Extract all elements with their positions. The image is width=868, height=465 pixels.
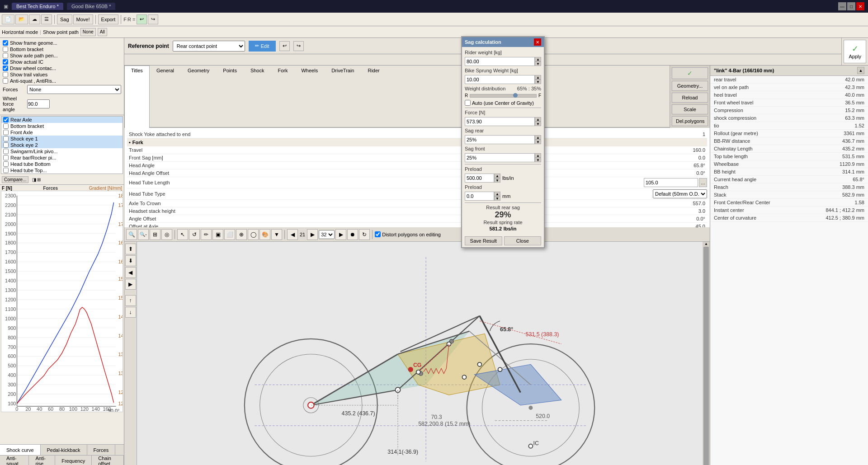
tab-points[interactable]: Points — [216, 66, 244, 127]
del-polygons-button[interactable]: Del.polygons — [672, 116, 708, 126]
preload2-up-button[interactable]: ▲ — [494, 192, 500, 196]
list-item-head-tube-top[interactable]: Head tube Top... — [1, 167, 123, 174]
none-button[interactable]: None — [80, 28, 96, 36]
rider-weight-up-button[interactable]: ▲ — [535, 57, 541, 61]
tab-titles[interactable]: Titles — [124, 66, 150, 128]
zoom-out-button[interactable]: 🔍- — [138, 229, 149, 240]
shock-eye1-checkbox[interactable] — [3, 136, 9, 141]
zoom-in-button[interactable]: 🔍 — [126, 229, 137, 240]
ref-point-select[interactable]: Rear contact point Front contact point B… — [173, 41, 245, 52]
tab-fork[interactable]: Fork — [271, 66, 294, 127]
sag-modal-close-button[interactable]: ✕ — [534, 38, 541, 46]
tab-drivetrain[interactable]: DriveTrain — [325, 66, 361, 127]
btab-pedal-kickback[interactable]: Pedal-kickback — [41, 445, 87, 455]
shock-eye2-checkbox[interactable] — [3, 142, 9, 148]
tab-wheels[interactable]: Wheels — [294, 66, 325, 127]
side-btn-3[interactable]: ◀ — [125, 267, 136, 278]
sag-rear-input[interactable] — [465, 135, 535, 144]
preload1-input[interactable] — [465, 174, 494, 183]
maximize-button[interactable]: □ — [847, 2, 855, 10]
swingarm-checkbox[interactable] — [3, 149, 9, 154]
menu-button[interactable]: ☰ — [41, 14, 52, 24]
draw-btn-7[interactable]: 🎨 — [259, 229, 270, 240]
cursor-button[interactable]: ↖ — [177, 229, 188, 240]
list-item-shock-eye1[interactable]: Shock eye 1 — [1, 136, 123, 142]
bike-sprung-down-button[interactable]: ▼ — [535, 80, 541, 84]
rear-axle-checkbox[interactable] — [3, 117, 9, 122]
geometry-button[interactable]: Geometry... — [672, 81, 708, 91]
title-tab-2[interactable]: Good Bike 650B * — [67, 3, 115, 10]
show-trail-checkbox[interactable] — [3, 72, 8, 77]
play-button[interactable]: ▶ — [335, 229, 346, 240]
close-modal-button[interactable]: Close — [504, 236, 542, 245]
bottom-bracket-checkbox[interactable] — [3, 47, 8, 52]
list-item-rear-axle[interactable]: Rear Axle — [1, 117, 123, 123]
draw-btn-6[interactable]: ◯ — [248, 229, 259, 240]
tab-geometry[interactable]: Geometry — [181, 66, 216, 127]
btab-anti-squat[interactable]: Anti-squat — [0, 456, 29, 465]
scale-button[interactable]: Scale — [672, 104, 708, 114]
apply-button[interactable]: ✓ Apply — [844, 40, 866, 63]
btab-chain-offset[interactable]: Chain offset — [92, 456, 124, 465]
preload2-input[interactable] — [465, 192, 494, 201]
head-tube-type-select[interactable]: Default (50mm O.D.) — [653, 189, 707, 198]
side-btn-6[interactable]: ↓ — [125, 307, 136, 318]
reload-button[interactable]: Reload — [672, 93, 708, 103]
force-down-button[interactable]: ▼ — [535, 122, 541, 126]
draw-btn-8[interactable]: ▼ — [271, 229, 282, 240]
open-button[interactable]: 📂 — [15, 14, 28, 24]
sag-rear-down-button[interactable]: ▼ — [535, 140, 541, 144]
list-item-front-axle[interactable]: Front Axle — [1, 129, 123, 136]
export-button[interactable]: Export — [98, 14, 119, 24]
refresh-button[interactable]: ↻ — [359, 229, 370, 240]
btab-anti-rise[interactable]: Anti-rise — [29, 456, 55, 465]
list-item-head-tube-bottom[interactable]: Head tube Bottom — [1, 161, 123, 167]
sag-front-up-button[interactable]: ▲ — [535, 153, 541, 158]
zoom-all-button[interactable]: ◎ — [161, 229, 172, 240]
close-button[interactable]: ✕ — [856, 2, 864, 10]
rear-bar-checkbox[interactable] — [3, 155, 9, 160]
tab-general[interactable]: General — [150, 66, 181, 127]
head-tube-bottom-checkbox[interactable] — [3, 161, 9, 167]
head-tube-length-input[interactable] — [644, 178, 698, 187]
btab-frequency[interactable]: Frequency — [55, 456, 92, 465]
bike-sprung-input[interactable] — [465, 75, 535, 84]
side-btn-4[interactable]: ▶ — [125, 279, 136, 290]
scroll-up-icon[interactable]: ▲ — [704, 242, 708, 246]
all-button[interactable]: All — [98, 28, 107, 36]
tab-rider[interactable]: Rider — [361, 66, 386, 127]
forces-select[interactable]: None — [27, 85, 121, 94]
rider-weight-down-button[interactable]: ▼ — [535, 61, 541, 66]
zoom-fit-button[interactable]: ⊞ — [150, 229, 160, 240]
next-page-button[interactable]: ▶ — [307, 229, 318, 240]
auto-gravity-checkbox[interactable] — [465, 100, 471, 106]
new-button[interactable]: 📄 — [2, 14, 14, 24]
anti-squat-checkbox[interactable] — [3, 78, 8, 84]
draw-wheel-contact-checkbox[interactable] — [3, 66, 8, 71]
btab-forces[interactable]: Forces — [87, 445, 116, 455]
distort-checkbox[interactable] — [375, 231, 381, 237]
cloud-button[interactable]: ☁ — [29, 14, 40, 24]
show-frame-geom-checkbox[interactable] — [3, 40, 8, 46]
show-axle-path-checkbox[interactable] — [3, 53, 8, 58]
list-item-rear-bar[interactable]: Rear bar/Rocker pi... — [1, 155, 123, 161]
preload1-down-button[interactable]: ▼ — [494, 178, 500, 183]
list-item-shock-eye2[interactable]: Shock eye 2 — [1, 142, 123, 148]
page-select[interactable]: 32 — [319, 230, 335, 239]
head-tube-top-checkbox[interactable] — [3, 168, 9, 173]
move-button[interactable]: Move! — [73, 14, 93, 24]
save-result-button[interactable]: Save Result — [465, 236, 502, 245]
draw-btn-4[interactable]: ⬜ — [224, 229, 235, 240]
apply-geo-button[interactable]: ✓ — [672, 67, 708, 79]
rider-weight-input[interactable] — [465, 57, 535, 66]
force-input[interactable] — [465, 117, 535, 126]
side-btn-1[interactable]: ⬆ — [125, 244, 136, 254]
edit-button[interactable]: ✏ Edit — [249, 41, 276, 52]
sag-button[interactable]: Sag — [57, 14, 72, 24]
sag-front-input[interactable] — [465, 153, 535, 162]
minimize-button[interactable]: — — [838, 2, 846, 10]
rotate-button[interactable]: ↺ — [189, 229, 200, 240]
scroll-thumb[interactable] — [703, 247, 709, 465]
tab-shock[interactable]: Shock — [244, 66, 271, 127]
btab-shock-curve[interactable]: Shock curve — [0, 445, 41, 455]
